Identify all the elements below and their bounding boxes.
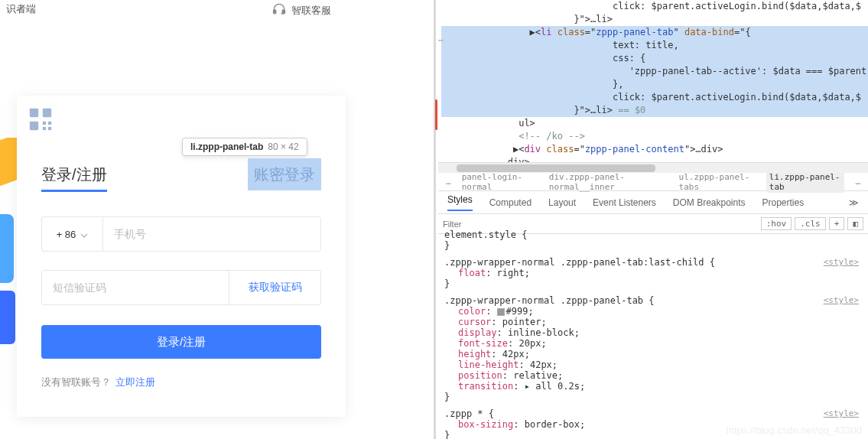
elements-line[interactable]: ▶<div class="zppp-panel-content">…div> — [441, 143, 868, 156]
elements-line[interactable]: div> — [441, 156, 868, 162]
register-footer: 没有智联账号？立即注册 — [41, 376, 321, 389]
css-declaration[interactable]: font-size: 20px; — [444, 338, 862, 349]
css-declaration[interactable]: line-height: 42px; — [444, 359, 862, 370]
breadcrumb-item[interactable]: … — [446, 177, 451, 187]
elements-line[interactable]: text: title, — [441, 39, 868, 52]
tab-password-login[interactable]: 账密登录 — [248, 158, 321, 190]
css-rule[interactable]: <style>.zppp-wrapper-normal .zppp-panel-… — [444, 257, 862, 289]
decorative-ribbon — [0, 138, 17, 382]
css-rule[interactable]: element.style {} — [444, 229, 862, 251]
elements-line[interactable]: click: $parent.activeLogin.bind($data,$d… — [441, 91, 868, 104]
subtab-layout[interactable]: Layout — [548, 197, 576, 208]
sms-code-input[interactable] — [42, 271, 229, 304]
elements-line[interactable]: 'zppp-panel-tab--active': $data === $par… — [441, 65, 868, 78]
svg-rect-4 — [30, 122, 38, 130]
source-link[interactable]: <style> — [824, 257, 859, 267]
css-declaration[interactable]: display: inline-block; — [444, 327, 862, 338]
chevron-down-icon — [80, 229, 88, 240]
page-left: 识者端 智联客服 li.zppp-panel-tab80 × 42 登录/注册 … — [0, 0, 436, 439]
customer-service-label: 智联客服 — [291, 4, 331, 18]
login-form: + 86 获取验证码 登录/注册 没有智联账号？立即注册 — [41, 216, 321, 389]
css-declaration[interactable]: color: #999; — [444, 306, 862, 317]
country-code: + 86 — [57, 229, 76, 240]
subtab-computed[interactable]: Computed — [489, 197, 532, 208]
phone-input[interactable] — [103, 217, 320, 251]
phone-row: + 86 — [41, 216, 321, 252]
breadcrumb-item[interactable]: div.zppp-panel-normal__inner — [549, 172, 668, 192]
svg-rect-1 — [282, 10, 284, 14]
svg-rect-8 — [48, 127, 51, 130]
login-panel: li.zppp-panel-tab80 × 42 登录/注册 账密登录 + 86… — [17, 96, 346, 417]
elements-line[interactable]: }, — [441, 78, 868, 91]
css-selector: element.style { — [444, 229, 862, 240]
elements-line[interactable]: <!-- /ko --> — [441, 130, 868, 143]
elements-line[interactable]: ▶<li class="zppp-panel-tab" data-bind="{ — [441, 26, 868, 39]
get-code-button[interactable]: 获取验证码 — [229, 271, 320, 304]
subtab-properties[interactable]: Properties — [762, 197, 805, 208]
breadcrumb[interactable]: …panel-login-normaldiv.zppp-panel-normal… — [438, 173, 868, 191]
subtab-styles[interactable]: Styles — [447, 194, 473, 211]
source-link[interactable]: <style> — [824, 408, 859, 418]
country-code-select[interactable]: + 86 — [42, 217, 103, 251]
css-declaration[interactable]: height: 42px; — [444, 349, 862, 359]
svg-rect-7 — [43, 127, 46, 130]
headset-icon — [271, 2, 287, 19]
elements-line[interactable]: css: { — [441, 52, 868, 65]
qrcode-login-icon[interactable] — [28, 106, 54, 135]
subtab-event-listeners[interactable]: Event Listeners — [593, 197, 656, 208]
tooltip-selector: li.zppp-panel-tab — [190, 141, 263, 152]
inspect-tooltip: li.zppp-panel-tab80 × 42 — [182, 138, 307, 156]
watermark: https://blog.csdn.net/qq_43300 — [726, 424, 862, 436]
elements-line[interactable]: click: $parent.activeLogin.bind($data,$d… — [441, 0, 868, 13]
customer-service[interactable]: 智联客服 — [271, 2, 331, 19]
tab-sms-login[interactable]: 登录/注册 — [41, 158, 107, 190]
elements-line[interactable]: }">…li> == $0 — [441, 104, 868, 117]
sms-row: 获取验证码 — [41, 270, 321, 305]
styles-rules[interactable]: element.style {}<style>.zppp-wrapper-nor… — [438, 226, 868, 439]
svg-rect-0 — [274, 10, 276, 14]
breadcrumb-item[interactable]: panel-login-normal — [462, 172, 538, 192]
devtools-pane: ⋯ click: $parent.activeLogin.bind($data,… — [438, 0, 868, 439]
css-selector: .zppp-wrapper-normal .zppp-panel-tab { — [444, 295, 862, 306]
submit-button[interactable]: 登录/注册 — [41, 325, 321, 359]
register-link[interactable]: 立即注册 — [115, 376, 155, 388]
breadcrumb-item[interactable]: li.zppp-panel-tab — [766, 171, 845, 193]
css-declaration[interactable]: cursor: pointer; — [444, 317, 862, 327]
subtab-dom-breakpoints[interactable]: DOM Breakpoints — [673, 197, 746, 208]
css-declaration[interactable]: float: right; — [444, 268, 862, 278]
elements-tree[interactable]: ⋯ click: $parent.activeLogin.bind($data,… — [438, 0, 868, 162]
elements-line[interactable]: }">…li> — [441, 13, 868, 26]
more-tabs-icon[interactable]: ≫ — [849, 197, 859, 208]
svg-rect-2 — [30, 109, 38, 117]
css-rule[interactable]: <style>.zppp-wrapper-normal .zppp-panel-… — [444, 295, 862, 402]
login-tabs: 登录/注册 账密登录 — [41, 158, 321, 190]
css-selector: .zppp-wrapper-normal .zppp-panel-tab:las… — [444, 257, 862, 268]
breadcrumb-item[interactable]: … — [855, 177, 860, 187]
collapsed-dots-icon: ⋯ — [438, 35, 444, 45]
horizontal-scrollbar[interactable] — [438, 162, 868, 173]
styles-subtabs: StylesComputedLayoutEvent ListenersDOM B… — [438, 191, 868, 214]
rule-close: } — [444, 278, 862, 289]
split-mark-icon — [435, 99, 437, 130]
css-declaration[interactable]: transition: ▸ all 0.2s; — [444, 381, 862, 392]
top-left-text: 识者端 — [6, 2, 36, 16]
rule-close: } — [444, 240, 862, 251]
svg-rect-3 — [43, 109, 51, 117]
breadcrumb-item[interactable]: ul.zppp-panel-tabs — [679, 172, 756, 192]
css-declaration[interactable]: position: relative; — [444, 370, 862, 381]
rule-close: } — [444, 392, 862, 402]
source-link[interactable]: <style> — [824, 295, 859, 305]
css-selector: .zppp * { — [444, 408, 862, 419]
svg-rect-5 — [43, 122, 46, 125]
svg-rect-6 — [48, 122, 51, 125]
top-bar: 识者端 — [0, 0, 434, 18]
tooltip-dimensions: 80 × 42 — [268, 141, 298, 152]
footer-question: 没有智联账号？ — [41, 376, 111, 388]
elements-line[interactable]: ul> — [441, 117, 868, 130]
